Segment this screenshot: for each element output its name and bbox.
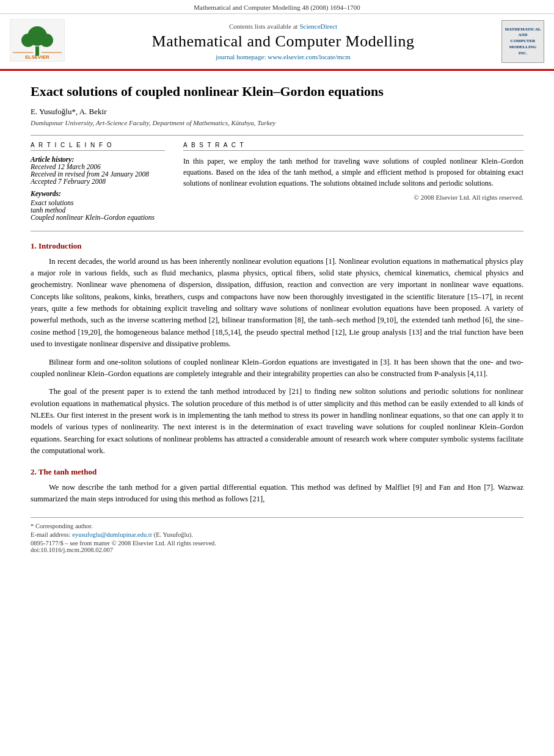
footnote-email-line: E-mail address: eyusufoglu@dumlupinar.ed…: [31, 531, 523, 538]
article-history: Article history: Received 12 March 2006 …: [31, 156, 165, 185]
journal-title-block: Contents lists available at ScienceDirec…: [72, 23, 494, 60]
keyword-2: tanh method: [31, 206, 165, 214]
article-info-heading: A R T I C L E I N F O: [31, 142, 165, 151]
contents-line: Contents lists available at ScienceDirec…: [72, 23, 494, 30]
info-abstract-section: A R T I C L E I N F O Article history: R…: [31, 142, 523, 221]
footnote-star-symbol: * Corresponding author.: [31, 523, 93, 529]
abstract-text: In this paper, we employ the tanh method…: [183, 156, 523, 189]
journal-header: ELSEVIER Contents lists available at Sci…: [0, 14, 554, 71]
footnote-email-address[interactable]: eyusufoglu@dumlupinar.edu.tr: [72, 531, 152, 538]
svg-text:ELSEVIER: ELSEVIER: [25, 54, 49, 60]
keywords-label: Keywords:: [31, 190, 165, 197]
article-info-column: A R T I C L E I N F O Article history: R…: [31, 142, 165, 221]
svg-point-4: [40, 34, 53, 47]
revised-date: Received in revised from 24 January 2008: [31, 170, 165, 178]
cover-text-2: AND: [505, 32, 541, 38]
keyword-3: Coupled nonlinear Klein–Gordon equations: [31, 214, 165, 221]
keyword-1: Exact solutions: [31, 199, 165, 206]
accepted-date: Accepted 7 February 2008: [31, 178, 165, 185]
affiliation: Dumlupınar University, Art-Science Facul…: [31, 119, 523, 126]
cover-text-1: MATHEMATICAL: [505, 27, 541, 33]
section1-paragraph-3: The goal of the present paper is to exte…: [31, 386, 523, 457]
footnote-email-label: E-mail address:: [31, 531, 71, 538]
keywords-section: Keywords: Exact solutions tanh method Co…: [31, 190, 165, 221]
svg-point-3: [21, 34, 35, 47]
section-1-heading: 1. Introduction: [31, 241, 523, 251]
page-footer: * Corresponding author. E-mail address: …: [31, 517, 523, 553]
issn-line: 0895-7177/$ – see front matter © 2008 El…: [31, 540, 523, 547]
divider-2: [31, 231, 523, 231]
section1-paragraph-2: Bilinear form and one-soliton solutions …: [31, 357, 523, 380]
received-date: Received 12 March 2006: [31, 163, 165, 170]
elsevier-logo: ELSEVIER: [10, 19, 65, 64]
section-2-heading: 2. The tanh method: [31, 467, 523, 477]
article-title: Exact solutions of coupled nonlinear Kle…: [31, 83, 523, 101]
abstract-heading: A B S T R A C T: [183, 142, 523, 151]
doi-line: doi:10.1016/j.mcm.2008.02.007: [31, 547, 523, 553]
history-label: Article history:: [31, 156, 165, 163]
cover-text-3: COMPUTER: [505, 38, 541, 45]
cover-text-5: INC.: [505, 51, 541, 57]
homepage-label: journal homepage:: [216, 53, 266, 60]
abstract-section: A B S T R A C T In this paper, we employ…: [183, 142, 523, 221]
divider-1: [31, 135, 523, 136]
journal-reference-text: Mathematical and Computer Modelling 48 (…: [194, 4, 360, 11]
journal-homepage: journal homepage: www.elsevier.com/locat…: [72, 53, 494, 60]
sciencedirect-link[interactable]: ScienceDirect: [299, 23, 337, 30]
section2-paragraph-1: We now describe the tanh method for a gi…: [31, 482, 523, 506]
journal-reference-bar: Mathematical and Computer Modelling 48 (…: [0, 0, 554, 14]
section1-paragraph-1: In recent decades, the world around us h…: [31, 256, 523, 351]
copyright: © 2008 Elsevier Ltd. All rights reserved…: [183, 194, 523, 201]
footnote-corresponding: * Corresponding author.: [31, 523, 523, 529]
cover-text-4: MODELLING: [505, 45, 541, 51]
journal-cover-image: MATHEMATICAL AND COMPUTER MODELLING INC.: [501, 20, 544, 63]
main-content: Exact solutions of coupled nonlinear Kle…: [0, 71, 554, 565]
authors: E. Yusufoğlu*, A. Bekir: [31, 107, 523, 117]
homepage-url[interactable]: www.elsevier.com/locate/mcm: [268, 53, 351, 60]
journal-name: Mathematical and Computer Modelling: [72, 32, 494, 51]
footnote-email-person: (E. Yusufoğlu).: [154, 531, 193, 538]
